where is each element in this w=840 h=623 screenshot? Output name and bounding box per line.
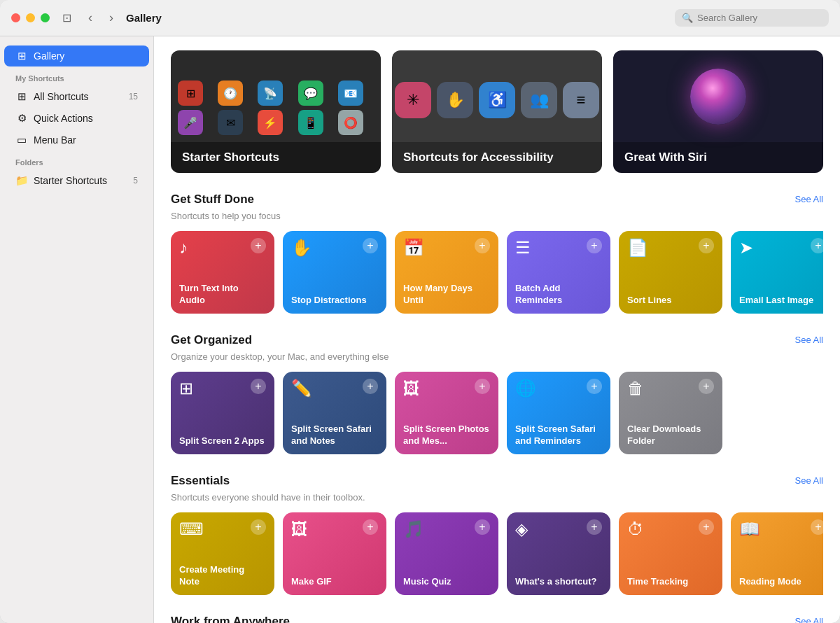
search-input[interactable] bbox=[697, 13, 822, 23]
close-button[interactable] bbox=[11, 13, 20, 22]
section-header-get-stuff-done: Get Stuff Done See All bbox=[171, 192, 823, 206]
shortcut-label: Stop Distractions bbox=[291, 295, 378, 307]
shortcut-card-reading-mode[interactable]: 📖 + Reading Mode bbox=[731, 512, 823, 595]
add-button[interactable]: + bbox=[587, 379, 602, 394]
back-button[interactable]: ‹ bbox=[84, 9, 97, 27]
hand-icon: ✋ bbox=[291, 238, 312, 258]
search-icon: 🔍 bbox=[682, 13, 693, 23]
shortcut-label: Time Tracking bbox=[627, 576, 714, 588]
see-all-work-from-anywhere[interactable]: See All bbox=[795, 616, 823, 623]
sidebar-item-starter-shortcuts[interactable]: 📁 Starter Shortcuts 5 bbox=[4, 170, 149, 191]
minimize-button[interactable] bbox=[26, 13, 35, 22]
section-get-organized: Get Organized See All Organize your desk… bbox=[171, 333, 823, 454]
add-button[interactable]: + bbox=[475, 379, 490, 394]
section-get-stuff-done: Get Stuff Done See All Shortcuts to help… bbox=[171, 192, 823, 314]
shortcut-label: Split Screen Safari and Reminders bbox=[515, 424, 602, 447]
shortcut-card-sort-lines[interactable]: 📄 + Sort Lines bbox=[619, 231, 722, 314]
access-icon-1: ✳ bbox=[395, 82, 431, 118]
add-button[interactable]: + bbox=[699, 519, 714, 535]
add-button[interactable]: + bbox=[475, 519, 490, 535]
shortcut-card-clear-downloads[interactable]: 🗑 + Clear Downloads Folder bbox=[619, 372, 722, 454]
add-button[interactable]: + bbox=[699, 238, 714, 253]
see-all-get-organized[interactable]: See All bbox=[795, 335, 823, 345]
add-button[interactable]: + bbox=[699, 379, 714, 394]
card-top: ◈ + bbox=[515, 519, 602, 539]
shortcut-card-split-safari-notes[interactable]: ✏️ + Split Screen Safari and Notes bbox=[283, 372, 386, 454]
add-button[interactable]: + bbox=[475, 238, 490, 253]
shortcut-label: Music Quiz bbox=[403, 576, 490, 588]
shortcuts-row-essentials: ⌨ + Create Meeting Note 🖼 + Make GIF bbox=[171, 512, 823, 595]
music-icon: 🎵 bbox=[403, 519, 424, 539]
access-icon-4: 👥 bbox=[521, 82, 557, 118]
card-top: ✏️ + bbox=[291, 379, 378, 398]
card-top: 🗑 + bbox=[627, 379, 714, 398]
all-shortcuts-badge: 15 bbox=[129, 92, 138, 102]
card-top: 🎵 + bbox=[403, 519, 490, 539]
shortcut-card-make-gif[interactable]: 🖼 + Make GIF bbox=[283, 512, 386, 595]
featured-card-starter[interactable]: ⊞ 🕐 📡 💬 📧 🎤 ✉ ⚡ 📱 ⭕ bbox=[171, 50, 381, 173]
sidebar: ⊞ Gallery My Shortcuts ⊞ All Shortcuts 1… bbox=[0, 36, 154, 623]
access-icon-3: ♿ bbox=[479, 82, 515, 118]
shortcut-card-how-many-days[interactable]: 📅 + How Many Days Until bbox=[395, 231, 498, 314]
section-essentials: Essentials See All Shortcuts everyone sh… bbox=[171, 474, 823, 595]
add-button[interactable]: + bbox=[251, 238, 266, 253]
maximize-button[interactable] bbox=[41, 13, 50, 22]
shortcut-card-split-screen-2apps[interactable]: ⊞ + Split Screen 2 Apps bbox=[171, 372, 274, 454]
see-all-essentials[interactable]: See All bbox=[795, 475, 823, 486]
card-top: 🌐 + bbox=[515, 379, 602, 398]
add-button[interactable]: + bbox=[587, 519, 602, 535]
add-button[interactable]: + bbox=[251, 519, 266, 535]
shortcut-card-music-quiz[interactable]: 🎵 + Music Quiz bbox=[395, 512, 498, 595]
add-button[interactable]: + bbox=[811, 519, 823, 535]
timer-icon: ⏱ bbox=[627, 519, 644, 539]
featured-row: ⊞ 🕐 📡 💬 📧 🎤 ✉ ⚡ 📱 ⭕ bbox=[171, 50, 823, 173]
add-button[interactable]: + bbox=[363, 238, 378, 253]
add-button[interactable]: + bbox=[587, 238, 602, 253]
featured-card-siri[interactable]: Great With Siri bbox=[613, 50, 823, 173]
waveform-icon: ♪ bbox=[179, 238, 188, 258]
starter-shortcuts-folder-label: Starter Shortcuts bbox=[34, 175, 107, 186]
shortcut-card-email-last-image[interactable]: ➤ + Email Last Image bbox=[731, 231, 823, 314]
featured-card-accessibility[interactable]: ✳ ✋ ♿ 👥 ≡ Shortcuts for Accessibility bbox=[392, 50, 602, 173]
add-button[interactable]: + bbox=[363, 379, 378, 394]
book-icon: 📖 bbox=[739, 519, 760, 539]
shortcut-label: Split Screen Photos and Mes... bbox=[403, 424, 490, 447]
shortcut-card-turn-text-audio[interactable]: ♪ + Turn Text Into Audio bbox=[171, 231, 274, 314]
forward-button[interactable]: › bbox=[105, 9, 118, 27]
shortcut-card-stop-distractions[interactable]: ✋ + Stop Distractions bbox=[283, 231, 386, 314]
see-all-get-stuff-done[interactable]: See All bbox=[795, 194, 823, 204]
shortcut-label: Clear Downloads Folder bbox=[627, 424, 714, 447]
shortcut-card-meeting-note[interactable]: ⌨ + Create Meeting Note bbox=[171, 512, 274, 595]
add-button[interactable]: + bbox=[251, 379, 266, 394]
shortcuts-row-get-stuff-done: ♪ + Turn Text Into Audio ✋ + Stop Distra… bbox=[171, 231, 823, 314]
shortcut-card-batch-add-reminders[interactable]: ☰ + Batch Add Reminders bbox=[507, 231, 610, 314]
sidebar-item-quick-actions[interactable]: ⚙ Quick Actions bbox=[4, 108, 149, 129]
add-button[interactable]: + bbox=[811, 238, 823, 253]
trash-icon: 🗑 bbox=[627, 379, 644, 398]
shortcut-label: Create Meeting Note bbox=[179, 564, 266, 588]
card-top: ⊞ + bbox=[179, 379, 266, 398]
starter-icon-2: 🕐 bbox=[218, 80, 243, 106]
shortcut-card-split-safari-reminders[interactable]: 🌐 + Split Screen Safari and Reminders bbox=[507, 372, 610, 454]
sidebar-item-gallery[interactable]: ⊞ Gallery bbox=[4, 46, 149, 66]
card-top: ♪ + bbox=[179, 238, 266, 258]
card-top: ✋ + bbox=[291, 238, 378, 258]
add-button[interactable]: + bbox=[363, 519, 378, 535]
shortcut-label: Turn Text Into Audio bbox=[179, 283, 266, 307]
gallery-icon: ⊞ bbox=[15, 50, 28, 62]
section-subtitle-essentials: Shortcuts everyone should have in their … bbox=[171, 492, 823, 503]
shortcut-card-time-tracking[interactable]: ⏱ + Time Tracking bbox=[619, 512, 722, 595]
search-bar[interactable]: 🔍 bbox=[675, 9, 829, 27]
shortcut-label: Split Screen 2 Apps bbox=[179, 435, 266, 447]
section-title-essentials: Essentials bbox=[171, 474, 230, 488]
calendar-icon: 📅 bbox=[403, 238, 424, 258]
starter-icon-1: ⊞ bbox=[178, 80, 203, 106]
shortcut-card-whats-shortcut[interactable]: ◈ + What's a shortcut? bbox=[507, 512, 610, 595]
sidebar-item-all-shortcuts[interactable]: ⊞ All Shortcuts 15 bbox=[4, 86, 149, 107]
starter-icon-10: ⭕ bbox=[338, 110, 363, 135]
section-subtitle-get-organized: Organize your desktop, your Mac, and eve… bbox=[171, 351, 823, 362]
shortcut-card-split-photos-mes[interactable]: 🖼 + Split Screen Photos and Mes... bbox=[395, 372, 498, 454]
sidebar-toggle-button[interactable]: ⊡ bbox=[58, 10, 76, 26]
sidebar-item-menu-bar[interactable]: ▭ Menu Bar bbox=[4, 130, 149, 150]
shortcut-label: Make GIF bbox=[291, 576, 378, 588]
